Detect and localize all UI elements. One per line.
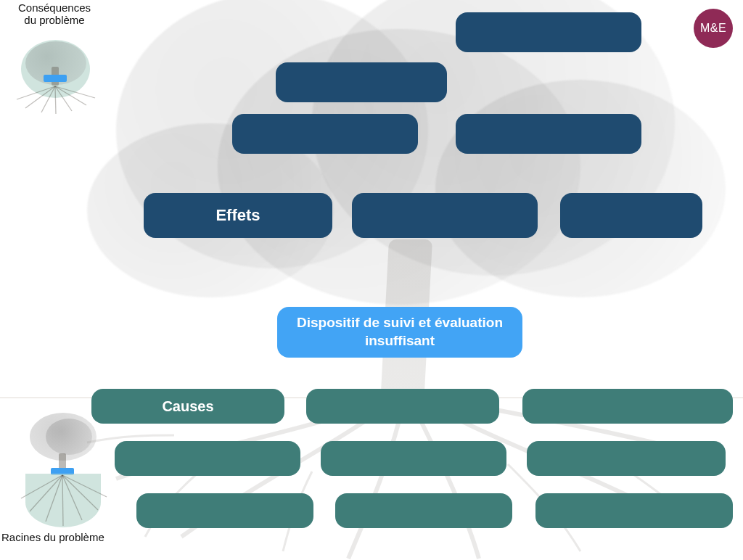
cause-box[interactable] bbox=[335, 493, 512, 528]
central-problem-text: Dispositif de suivi et évaluation insuff… bbox=[284, 314, 515, 350]
legend-consequences: Conséquences du problème bbox=[0, 1, 109, 115]
legend-top-thumb bbox=[4, 27, 105, 114]
legend-consequences-line1: Conséquences bbox=[0, 1, 109, 14]
svg-line-12 bbox=[21, 475, 62, 498]
causes-title-box[interactable]: Causes bbox=[91, 389, 284, 424]
effects-title-box[interactable]: Effets bbox=[144, 193, 332, 238]
cause-box[interactable] bbox=[321, 441, 506, 476]
legend-roots: Racines du problème bbox=[0, 403, 123, 543]
legend-consequences-line2: du problème bbox=[0, 14, 109, 26]
svg-line-7 bbox=[30, 475, 62, 511]
cause-box[interactable] bbox=[527, 441, 726, 476]
svg-line-8 bbox=[46, 475, 62, 522]
svg-line-10 bbox=[62, 475, 82, 520]
causes-title: Causes bbox=[162, 398, 213, 415]
cause-box[interactable] bbox=[306, 389, 499, 424]
central-problem-box[interactable]: Dispositif de suivi et évaluation insuff… bbox=[277, 307, 522, 358]
cause-box[interactable] bbox=[535, 493, 733, 528]
cause-box[interactable] bbox=[115, 441, 300, 476]
cause-box[interactable] bbox=[522, 389, 733, 424]
me-badge: M&E bbox=[694, 9, 733, 48]
effects-title: Effets bbox=[215, 206, 260, 225]
cause-box[interactable] bbox=[136, 493, 313, 528]
svg-line-6 bbox=[55, 86, 95, 98]
problem-tree-diagram: M&E Conséquences du problème bbox=[0, 0, 743, 560]
effect-box[interactable] bbox=[352, 193, 538, 238]
svg-line-9 bbox=[62, 475, 63, 526]
effect-box[interactable] bbox=[456, 12, 641, 52]
me-badge-label: M&E bbox=[700, 22, 726, 35]
svg-line-11 bbox=[62, 475, 98, 510]
effect-box[interactable] bbox=[276, 62, 447, 102]
svg-line-13 bbox=[62, 475, 107, 497]
svg-line-4 bbox=[55, 86, 86, 105]
svg-line-0 bbox=[25, 86, 55, 108]
svg-line-2 bbox=[55, 86, 56, 114]
effect-box[interactable] bbox=[456, 114, 641, 154]
effect-box[interactable] bbox=[560, 193, 702, 238]
effect-box[interactable] bbox=[232, 114, 418, 154]
